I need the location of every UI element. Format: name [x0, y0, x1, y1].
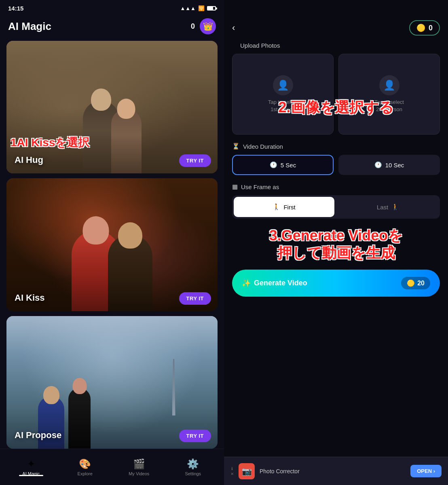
- coin-count: 0: [191, 22, 195, 31]
- frame-header: ▦ Use Frame as: [232, 183, 440, 190]
- frame-first-label: First: [283, 204, 295, 211]
- back-button[interactable]: ‹: [232, 23, 235, 33]
- upload-slot-1-label: Tap to select 1st person: [268, 99, 298, 113]
- ad-product-icon: 📷: [239, 463, 255, 479]
- right-header: ‹ 🟡 0: [224, 0, 448, 42]
- right-panel-inner: ‹ 🟡 0 Upload Photos 👤 Tap to select 1st …: [224, 0, 448, 485]
- coin-icon-generate: 🟡: [407, 279, 415, 287]
- app-header: AI Magic 0 👑: [0, 15, 224, 41]
- hourglass-icon: ⏳: [232, 143, 240, 150]
- coins-icon: 🟡: [416, 23, 425, 32]
- card-hug[interactable]: 1AI Kissを選択 AI Hug TRY IT: [6, 41, 218, 173]
- generate-cost: 🟡 20: [401, 277, 430, 289]
- wifi-icon: 🛜: [198, 5, 205, 11]
- kiss-try-it-button[interactable]: TRY IT: [179, 292, 211, 305]
- nav-label-settings: Settings: [185, 471, 201, 476]
- annotation-generate: 3.Generate Videoを押して動画を生成: [224, 227, 448, 270]
- app-title: AI Magic: [8, 20, 51, 33]
- frame-first[interactable]: 🚶 First: [234, 197, 334, 217]
- nav-active-bar: [19, 475, 43, 476]
- person-icon-1: 👤: [273, 75, 293, 95]
- crown-button[interactable]: 👑: [200, 18, 216, 34]
- coins-number: 0: [429, 24, 433, 32]
- person-icon-2: 👤: [379, 75, 399, 95]
- crown-icon: 👑: [203, 21, 213, 31]
- card-propose[interactable]: AI Propose TRY IT: [6, 316, 218, 449]
- bottom-nav: ✦ AI Magic 🎨 Explore 🎬 My Videos ⚙️ Sett…: [0, 449, 224, 485]
- card-kiss[interactable]: AI Kiss TRY IT: [6, 178, 218, 311]
- upload-slot-2-label: Tap to select 2nd person: [374, 99, 404, 113]
- upload-section: Upload Photos 👤 Tap to select 1st person…: [224, 42, 448, 143]
- duration-5sec[interactable]: 🕐 5 Sec: [232, 155, 334, 175]
- hug-try-it-button[interactable]: TRY IT: [179, 154, 211, 167]
- upload-label: Upload Photos: [232, 42, 440, 54]
- duration-section: ⏳ Video Duration 🕐 5 Sec 🕐 10 Sec: [224, 143, 448, 183]
- upload-slot-2[interactable]: 👤 Tap to select 2nd person: [338, 54, 440, 135]
- cards-container: 1AI Kissを選択 AI Hug TRY IT AI Kiss TRY IT…: [0, 41, 224, 449]
- duration-label: Video Duration: [243, 143, 283, 150]
- card-hug-label: AI Hug: [15, 155, 43, 165]
- upload-grid: 👤 Tap to select 1st person 👤 Tap to sele…: [232, 54, 440, 135]
- nav-item-ai-magic[interactable]: ✦ AI Magic: [4, 458, 58, 476]
- duration-10-label: 10 Sec: [385, 162, 404, 169]
- frame-last-label: Last: [377, 204, 388, 211]
- ad-text: Photo Corrector: [260, 468, 406, 474]
- right-panel: ‹ 🟡 0 Upload Photos 👤 Tap to select 1st …: [224, 0, 448, 485]
- card-kiss-label: AI Kiss: [15, 293, 45, 303]
- upload-slot-1[interactable]: 👤 Tap to select 1st person: [232, 54, 334, 135]
- ad-info-icon: ℹ: [231, 466, 233, 471]
- nav-item-explore[interactable]: 🎨 Explore: [58, 458, 112, 476]
- sparkle-icon: ✨: [242, 279, 251, 288]
- signal-icon: ▲▲▲: [180, 5, 196, 11]
- ad-open-button[interactable]: OPEN ›: [410, 465, 442, 477]
- left-panel: 14:15 ▲▲▲ 🛜 AI Magic 0 👑 1AI Kissを選択: [0, 0, 224, 485]
- frame-icon: ▦: [232, 183, 238, 190]
- ai-magic-icon: ✦: [27, 458, 35, 470]
- propose-man-figure: [38, 396, 64, 449]
- status-time: 14:15: [8, 5, 23, 12]
- settings-icon: ⚙️: [187, 458, 199, 470]
- duration-10sec[interactable]: 🕐 10 Sec: [338, 155, 440, 175]
- card-propose-label: AI Propose: [15, 430, 61, 441]
- frame-options: 🚶 First Last 🚶: [232, 195, 440, 219]
- propose-try-it-button[interactable]: TRY IT: [179, 430, 211, 442]
- duration-header: ⏳ Video Duration: [232, 143, 440, 150]
- kiss-man-figure: [108, 234, 152, 311]
- person-first-icon: 🚶: [273, 203, 280, 211]
- nav-label-explore: Explore: [78, 471, 93, 476]
- explore-icon: 🎨: [79, 458, 91, 470]
- battery-icon: [207, 6, 216, 11]
- clock-icon-10: 🕐: [374, 161, 382, 169]
- status-bar: 14:15 ▲▲▲ 🛜: [0, 0, 224, 15]
- status-icons: ▲▲▲ 🛜: [180, 5, 216, 11]
- frame-label: Use Frame as: [241, 183, 279, 190]
- nav-label-my-videos: My Videos: [129, 471, 149, 476]
- nav-item-my-videos[interactable]: 🎬 My Videos: [112, 458, 166, 476]
- duration-5-label: 5 Sec: [281, 162, 296, 169]
- person-last-icon: 🚶: [391, 203, 399, 211]
- coins-display: 🟡 0: [409, 20, 440, 36]
- duration-options: 🕐 5 Sec 🕐 10 Sec: [232, 155, 440, 175]
- frame-last[interactable]: Last 🚶: [336, 195, 440, 219]
- generate-video-button[interactable]: ✨ Generate Video 🟡 20: [232, 270, 440, 297]
- ad-meta: ℹ ✕: [230, 466, 234, 476]
- ad-banner: ℹ ✕ 📷 Photo Corrector OPEN ›: [224, 457, 448, 485]
- propose-woman-figure: [68, 388, 91, 449]
- ad-close-icon[interactable]: ✕: [230, 472, 234, 476]
- header-actions: 0 👑: [191, 18, 216, 34]
- my-videos-icon: 🎬: [133, 458, 145, 470]
- card-hug-figures: [6, 41, 218, 173]
- generate-label: ✨ Generate Video: [242, 279, 307, 288]
- nav-item-settings[interactable]: ⚙️ Settings: [166, 458, 220, 476]
- annotation-hug: 1AI Kissを選択: [11, 136, 213, 150]
- clock-icon-5: 🕐: [270, 161, 277, 169]
- frame-section: ▦ Use Frame as 🚶 First Last 🚶: [224, 183, 448, 227]
